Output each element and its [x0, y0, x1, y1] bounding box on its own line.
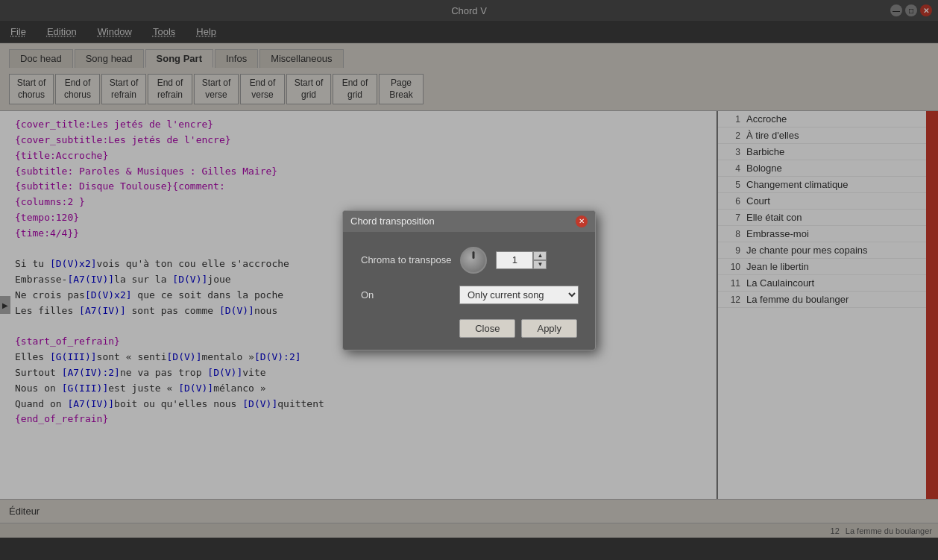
- on-row: On Only current song All songs: [361, 286, 577, 304]
- modal-overlay: Chord transposition ✕ Chroma to transpos…: [0, 0, 938, 560]
- modal-body: Chroma to transpose ▲ ▼ On Only current …: [343, 232, 595, 319]
- chord-transposition-dialog: Chord transposition ✕ Chroma to transpos…: [342, 210, 596, 350]
- spin-down-button[interactable]: ▼: [533, 260, 547, 269]
- modal-apply-button[interactable]: Apply: [521, 319, 577, 338]
- modal-titlebar: Chord transposition ✕: [343, 211, 595, 232]
- modal-close-button[interactable]: Close: [459, 319, 515, 338]
- chroma-spinbox: ▲ ▼: [496, 251, 547, 269]
- spin-up-button[interactable]: ▲: [533, 251, 547, 260]
- chroma-input[interactable]: [496, 251, 533, 269]
- spinbox-buttons: ▲ ▼: [533, 251, 547, 269]
- on-label: On: [361, 289, 450, 301]
- chroma-knob[interactable]: [460, 247, 487, 274]
- chroma-label: Chroma to transpose: [361, 254, 451, 265]
- chroma-row: Chroma to transpose ▲ ▼: [361, 247, 577, 274]
- modal-footer: Close Apply: [343, 319, 595, 350]
- modal-title: Chord transposition: [350, 215, 435, 227]
- on-select[interactable]: Only current song All songs: [459, 286, 579, 304]
- modal-close-icon-btn[interactable]: ✕: [576, 215, 588, 227]
